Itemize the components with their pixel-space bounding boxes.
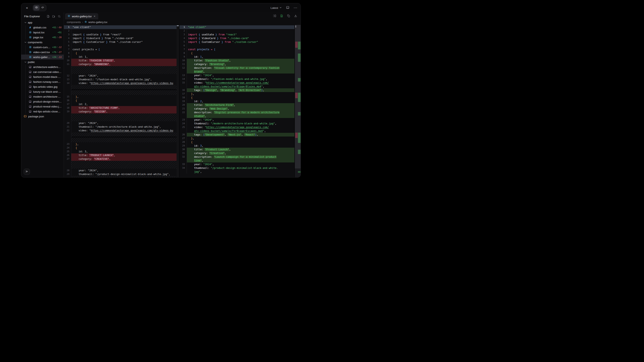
line-number[interactable]: 1 (180, 25, 187, 29)
more-menu-button[interactable]: ⋯ (294, 7, 297, 9)
search-icon[interactable] (58, 15, 61, 18)
diff-pane-old[interactable]: 1"use client"23import { useState } from … (64, 25, 180, 177)
line-number[interactable]: 7 (64, 47, 71, 51)
collapse-sidebar-button[interactable] (24, 169, 30, 175)
tree-file-package.json[interactable]: {}package.json (21, 114, 64, 119)
diff-marker-added[interactable] (298, 78, 300, 81)
line-number[interactable]: 15 (180, 81, 187, 85)
line-number[interactable]: 29 (64, 172, 71, 176)
split-view-icon[interactable] (273, 14, 276, 17)
line-number[interactable]: 16 (180, 88, 187, 92)
line-number[interactable] (180, 114, 187, 118)
line-number[interactable] (180, 170, 187, 174)
line-number[interactable]: 9 (180, 55, 187, 59)
tree-file-page.tsx[interactable]: page.tsx+81 / -28 (21, 35, 64, 40)
line-number[interactable]: 12 (64, 74, 71, 78)
line-number[interactable]: 4 (180, 36, 187, 40)
diff-overview-ruler[interactable] (294, 25, 300, 177)
line-number[interactable]: 2 (180, 29, 187, 33)
line-number[interactable]: 20 (64, 121, 71, 125)
line-number[interactable]: 14 (180, 77, 187, 81)
line-number[interactable]: 9 (64, 55, 71, 59)
line-number[interactable]: 4 (64, 36, 71, 40)
code-toggle-button[interactable] (40, 5, 46, 10)
tree-file-custom-curs-[interactable]: custom-curs…+33 / -12 (21, 45, 64, 50)
line-number[interactable]: 16 (64, 99, 71, 102)
line-number[interactable]: 27 (180, 136, 187, 140)
scrollbar-thumb[interactable] (177, 25, 179, 26)
tree-folder-app[interactable]: app (21, 20, 64, 25)
diff-marker-added[interactable] (298, 41, 300, 49)
line-number[interactable]: 23 (180, 118, 187, 122)
tree-file-fashion-model-black-[interactable]: fashion-model-black-… (21, 74, 64, 79)
line-number[interactable] (180, 70, 187, 73)
line-number[interactable]: 2 (64, 29, 71, 33)
line-number[interactable]: 33 (180, 162, 187, 166)
tree-file-car-commercial-video-[interactable]: car-commercial-video… (21, 69, 64, 74)
tree-file-red-lips-artistic-close-[interactable]: red-lips-artistic-close… (21, 109, 64, 114)
scrollbar-thumb[interactable] (295, 25, 296, 27)
line-number[interactable]: 24 (64, 146, 71, 150)
line-number[interactable]: 25 (180, 125, 187, 129)
diff-marker-added[interactable] (298, 133, 300, 143)
diff-marker-added[interactable] (298, 150, 300, 154)
line-number[interactable]: 17 (180, 92, 187, 96)
tree-file-layout.tsx[interactable]: layout.tsx+51 (21, 30, 64, 35)
line-number[interactable]: 17 (64, 102, 71, 106)
breadcrumb-folder[interactable]: components (67, 21, 81, 24)
line-number[interactable]: 26 (64, 153, 71, 157)
line-number[interactable]: 18 (180, 96, 187, 99)
tree-file-works-galler-[interactable]: works-galler…+24 / -13 (21, 54, 64, 59)
preview-toggle-button[interactable] (33, 5, 40, 10)
new-file-icon[interactable] (46, 15, 50, 18)
tree-file-globals.css[interactable]: #globals.css+51 / -50 (21, 25, 64, 30)
line-number[interactable]: 3 (180, 33, 187, 36)
version-dropdown[interactable]: Latest (270, 6, 282, 9)
line-number[interactable]: 25 (64, 150, 71, 153)
breadcrumb-file[interactable]: works-gallery.tsx (88, 21, 107, 24)
line-number[interactable]: 29 (180, 144, 187, 148)
tree-folder-components[interactable]: components (21, 40, 64, 45)
diff-marker-added[interactable] (298, 112, 300, 115)
line-number[interactable]: 27 (64, 157, 71, 161)
line-number[interactable]: 11 (180, 62, 187, 66)
line-number[interactable]: 13 (180, 73, 187, 77)
line-number[interactable]: 21 (64, 125, 71, 129)
line-number[interactable]: 8 (180, 51, 187, 55)
tree-file-lips-artistic-video.jpg[interactable]: lips-artistic-video.jpg (21, 84, 64, 89)
line-number[interactable]: 32 (180, 155, 187, 159)
line-number[interactable]: 12 (180, 66, 187, 70)
line-number[interactable]: 22 (64, 129, 71, 132)
line-number[interactable]: 15 (64, 95, 71, 99)
diff-marker-added[interactable] (298, 93, 300, 102)
line-number[interactable] (180, 129, 187, 133)
tree-file-product-reveal-video.j-[interactable]: product-reveal-video.j… (21, 104, 64, 109)
download-icon[interactable] (294, 14, 297, 17)
diff-pane-new[interactable]: 1"use client"23import { useState } from … (180, 25, 294, 177)
collapse-panel-button[interactable]: « (24, 5, 30, 11)
line-number[interactable]: 10 (64, 59, 71, 62)
tree-file-modern-architecture-[interactable]: modern-architecture-… (21, 94, 64, 99)
tree-file-architecture-walkthro-[interactable]: architecture-walkthro… (21, 64, 64, 69)
line-number[interactable]: 5 (180, 40, 187, 44)
line-number[interactable]: 19 (180, 99, 187, 103)
panel-layout-button[interactable] (286, 6, 290, 10)
line-number[interactable]: 21 (180, 107, 187, 111)
diff-view-icon[interactable] (280, 14, 283, 17)
new-folder-icon[interactable] (52, 15, 55, 18)
diff-marker-added[interactable] (298, 171, 300, 173)
diff-marker-removed[interactable] (295, 41, 298, 48)
close-tab-icon[interactable]: × (93, 14, 96, 18)
line-number[interactable]: 24 (180, 122, 187, 125)
diff-marker-removed[interactable] (295, 133, 298, 138)
line-number[interactable]: 6 (180, 44, 187, 47)
left-pane-scrollbar[interactable] (176, 25, 179, 177)
diff-marker-removed[interactable] (295, 93, 298, 98)
line-number[interactable]: 14 (64, 81, 71, 85)
line-number[interactable]: 34 (180, 166, 187, 170)
tab-works-gallery[interactable]: works-gallery.tsx × (65, 13, 98, 19)
line-number[interactable]: 28 (180, 140, 187, 144)
line-number[interactable]: 30 (180, 148, 187, 151)
tree-file-fashion-runway-scen-[interactable]: fashion-runway-scen… (21, 79, 64, 84)
line-number[interactable]: 23 (64, 142, 71, 146)
